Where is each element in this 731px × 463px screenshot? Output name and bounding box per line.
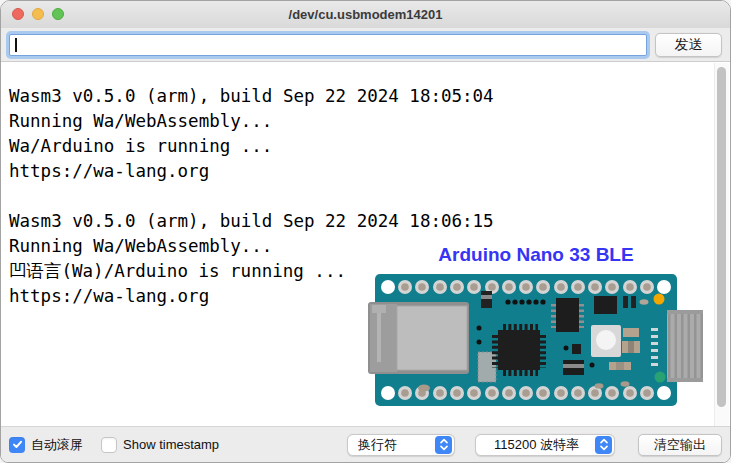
chevron-up-down-icon (435, 436, 452, 454)
serial-input[interactable] (9, 34, 647, 56)
chevron-up-down-icon (595, 436, 612, 454)
send-button[interactable]: 发送 (655, 33, 722, 57)
line-ending-value: 换行符 (358, 436, 431, 454)
vertical-scrollbar[interactable] (714, 63, 729, 426)
minimize-icon[interactable] (32, 8, 44, 20)
close-icon[interactable] (12, 8, 24, 20)
serial-input-wrap (9, 34, 647, 56)
text-caret-icon (15, 38, 17, 52)
scrollbar-thumb[interactable] (717, 67, 726, 407)
window-title: /dev/cu.usbmodem14201 (81, 1, 650, 28)
statusbar: 自动滚屏 Show timestamp 换行符 115200 波特率 (1, 426, 730, 462)
console-output-area: Wasm3 v0.5.0 (arm), build Sep 22 2024 18… (1, 62, 730, 426)
arduino-board-image (367, 268, 705, 412)
send-toolbar: 发送 (1, 28, 730, 62)
baud-rate-value: 115200 波特率 (486, 436, 591, 454)
timestamp-label: Show timestamp (123, 437, 219, 452)
board-caption: Arduino Nano 33 BLE (367, 244, 705, 266)
window-controls (12, 8, 64, 20)
titlebar: /dev/cu.usbmodem14201 (1, 1, 730, 29)
serial-monitor-window: /dev/cu.usbmodem14201 发送 Wasm3 v0.5.0 (a… (0, 0, 731, 463)
zoom-icon[interactable] (52, 8, 64, 20)
checkbox-icon[interactable] (101, 437, 117, 453)
checkbox-icon[interactable] (9, 437, 25, 453)
timestamp-checkbox[interactable]: Show timestamp (101, 437, 219, 453)
autoscroll-label: 自动滚屏 (31, 436, 83, 454)
baud-rate-select[interactable]: 115200 波特率 (475, 434, 615, 456)
check-icon (12, 439, 23, 450)
line-ending-select[interactable]: 换行符 (347, 434, 455, 456)
autoscroll-checkbox[interactable]: 自动滚屏 (9, 436, 83, 454)
clear-output-button[interactable]: 清空输出 (638, 434, 722, 456)
